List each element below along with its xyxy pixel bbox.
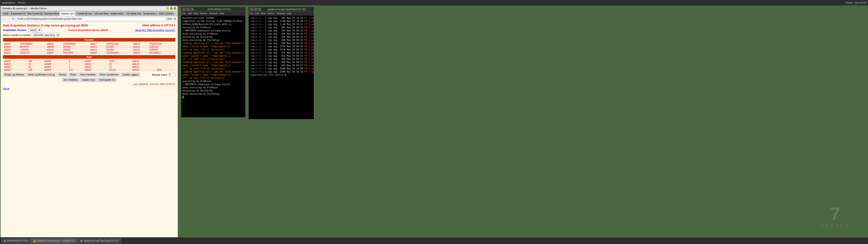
home-link[interactable]: Home (3, 87, 176, 90)
update-once-button[interactable]: Update Once (80, 78, 97, 82)
tab-led[interactable]: LED and Wavefor... × (92, 11, 109, 16)
tab-asic[interactable]: ASIC Control @ c... × (157, 11, 174, 16)
server-select[interactable]: aida16 (29, 28, 41, 32)
tab-control[interactable]: Control @ carme-... × (76, 11, 92, 16)
table-cell: 2185144 (149, 45, 176, 48)
midas-search-menu[interactable]: Search (200, 12, 207, 15)
terminal-line: -rw-r--r-- 1 rpg npg 45K May 30 09:33 M8… (250, 35, 312, 39)
terminal-line: -rw-r--r-- 1 rpg npg 45K May 30 09:33 M8… (250, 32, 312, 35)
table-row: aida13 13525707 aida14 10623044 aida15 2… (3, 51, 176, 54)
table-cell (156, 60, 176, 63)
terminal-line: -rw-r--r-- 1 rpg npg 45K May 30 09:57 M9… (250, 55, 312, 58)
tab-aida[interactable]: AIDA × (2, 11, 9, 16)
terminal-menu-bar: File Edit View Search Terminal Help (249, 11, 314, 16)
tab-statistics[interactable]: Statistics @ carm... × (59, 11, 76, 16)
minimize-button[interactable] (166, 7, 169, 10)
tab-run-control[interactable]: Run Control @ ca... × (26, 11, 42, 16)
table-cell: 33119 (108, 68, 131, 71)
table-cell: aida10 (131, 60, 156, 63)
midas-close-button[interactable]: × (191, 8, 194, 11)
table-cell: 135 (27, 68, 43, 71)
terminal-line: -rw-r--r-- 1 rpg npg 360M May 30 10:08 M… (250, 67, 312, 70)
terminal-maximize-button[interactable]: □ (254, 8, 257, 11)
reset-button[interactable]: Reset (68, 73, 78, 77)
log-line: executing do_PostSetup (183, 35, 244, 39)
table-cell: aida13 (3, 68, 27, 71)
send-log-elog-button[interactable]: Send Log Window to ELog (26, 73, 56, 77)
hamburger-menu-icon[interactable]: ☰ (174, 17, 176, 21)
back-button[interactable]: ← (2, 17, 6, 21)
terminal-close-button[interactable]: × (258, 8, 261, 11)
empty-log-window-button[interactable]: Empty Log Window (3, 73, 26, 77)
table-cell: aida01 (3, 42, 19, 45)
log-line: lf": no such file or directory" (183, 67, 244, 70)
table-cell: 2186064 (149, 48, 176, 51)
address-bar[interactable] (16, 17, 165, 21)
show-variables-button[interactable]: Show Variables (79, 73, 97, 77)
log-line: loading Spectrum.tcl > can not find chan… (183, 51, 244, 58)
enable-logging-button[interactable]: Enable Logging (121, 73, 140, 77)
terminal-edit-menu[interactable]: Edit (255, 12, 259, 15)
taskbar-item-firefox[interactable]: 🦊 Statistics @ carme-gsi — Mozilla Fir..… (31, 238, 77, 243)
maximize-button[interactable] (170, 7, 173, 10)
tab-label: ASIC Control @ c... (159, 12, 174, 15)
places-menu[interactable]: Places (18, 1, 25, 4)
terminal-terminal-menu[interactable]: Terminal (276, 12, 285, 15)
counter-select[interactable]: AIDA ADC data items (32, 33, 60, 37)
tab-temp[interactable]: Temperature and... × (141, 11, 157, 16)
show-all-servers-link[interactable]: Show ALL Data Acquisition Servers? (135, 29, 176, 31)
midas-help-menu[interactable]: Help (219, 12, 224, 15)
reload-button[interactable]: Reload (57, 73, 68, 77)
close-button[interactable] (174, 7, 176, 10)
auto-update-button[interactable]: AutoUpdate On (98, 78, 116, 82)
centos-version-number: 7 (820, 205, 850, 223)
module-index-input[interactable] (168, 73, 176, 77)
table-cell: aida15 (89, 51, 105, 54)
terminal-prompt-line: rpg@carme-gsi G22-2015]$ ▋ (250, 73, 312, 77)
taskbar-label-terminal: rpg@carme-gsi:TapeData/G22-201 (84, 240, 119, 242)
terminal-line: -rw-r--r-- 1 rpg npg 45K May 30 09:57 M9… (250, 61, 312, 64)
taskbar-label-firefox: Statistics @ carme-gsi — Mozilla Fir... (37, 240, 75, 242)
taskbar-item-terminal[interactable]: 🖥 rpg@carme-gsi:TapeData/G22-201 (78, 238, 121, 243)
browser-controls (166, 7, 176, 10)
table-row: aida13 135 aida14 172 aida15 33119 aida1… (3, 68, 176, 71)
table-cell: 0 (68, 60, 84, 63)
terminal-view-menu[interactable]: View (260, 12, 266, 15)
table-cell: 13525707 (19, 51, 46, 54)
terminal-line: -rw-r--r-- 1 rpg npg 45K May 30 09:57 M9… (250, 58, 312, 61)
applications-menu[interactable]: Applications (2, 1, 15, 4)
table-cell: aida15 (84, 68, 108, 71)
gnome-top-left: Applications Places (2, 1, 25, 4)
acquisition-servers-label: Acquisition Servers aida16 (3, 28, 41, 32)
table-cell: aida14 (132, 45, 148, 48)
midas-minimize-button[interactable]: _ (183, 8, 186, 11)
table-cell: 23 (27, 63, 43, 65)
zero-statistics-button[interactable]: Zero Statistics (62, 78, 79, 82)
terminal-minimize-button[interactable]: _ (250, 8, 253, 11)
log-line: executing do_PreReset (183, 80, 244, 83)
browser-tabs: AIDA × Experiment Contr... × Run Control… (1, 11, 178, 16)
new-tab-button[interactable]: + (175, 12, 177, 16)
forward-button[interactable]: → (7, 17, 11, 21)
reload-button[interactable]: ↻ (11, 17, 15, 21)
taskbar-item-midas[interactable]: 🖥 AIDA MIDAS HTTPd (1, 238, 30, 243)
module-index-container: Module Index: (152, 73, 176, 77)
table-cell: aida07 (84, 60, 108, 63)
tab-label: Spectrum Browsin... (44, 12, 59, 15)
terminal-file-menu[interactable]: File (250, 12, 253, 15)
current-server-label: Current Acquisition Server aida16 (68, 29, 108, 31)
terminal-window: _ □ × rpg@carme-gsi:TapeData/G22-201 Fil… (248, 7, 314, 119)
tab-gsi[interactable]: GSI White Rabbit ... × (125, 11, 141, 16)
show-log-window-button[interactable]: Show Log Window (98, 73, 120, 77)
table-cell: 1965561284 (105, 42, 132, 45)
midas-view-menu[interactable]: View (193, 12, 198, 15)
midas-file-menu[interactable]: File (182, 12, 186, 15)
tab-experiment[interactable]: Experiment Contr... × (9, 11, 26, 16)
midas-edit-menu[interactable]: Edit (188, 12, 191, 15)
tab-system[interactable]: System wide Ch... × (109, 11, 124, 16)
midas-maximize-button[interactable]: □ (187, 8, 190, 11)
tab-spectrum[interactable]: Spectrum Browsin... × (42, 11, 59, 16)
terminal-search-menu[interactable]: Search (268, 12, 275, 15)
midas-terminal-menu[interactable]: Terminal (209, 12, 218, 15)
terminal-help-menu[interactable]: Help (287, 12, 291, 15)
